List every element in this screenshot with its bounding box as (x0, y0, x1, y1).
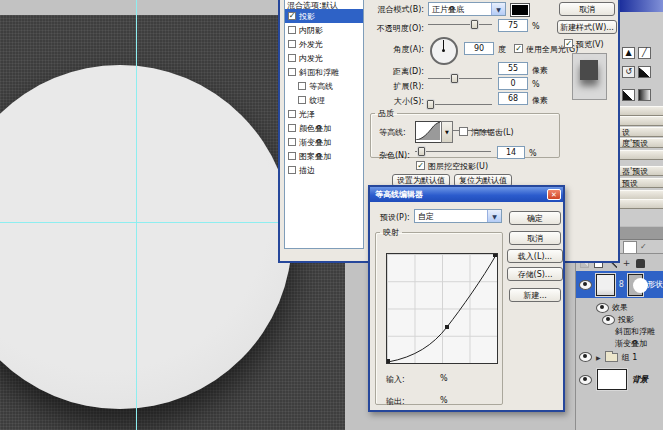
checkbox-satin[interactable] (288, 110, 296, 118)
panel-tab[interactable] (620, 150, 663, 160)
load-button[interactable]: 载入(L)... (507, 249, 563, 263)
style-item-contour[interactable]: 等高线 (285, 79, 363, 93)
visibility-eye-icon[interactable] (579, 375, 592, 385)
visibility-eye-icon[interactable] (579, 280, 592, 290)
preset-dropdown[interactable]: 自定 ▼ (414, 209, 502, 223)
panel-tab[interactable] (620, 199, 663, 209)
style-item-outer-glow[interactable]: 外发光 (285, 37, 363, 51)
dropdown-arrow-icon[interactable]: ▼ (487, 210, 501, 222)
effects-header-row[interactable]: 效果 (596, 302, 628, 313)
visibility-eye-icon[interactable] (579, 352, 592, 362)
size-value[interactable]: 68 (498, 92, 528, 105)
new-button[interactable]: 新建... (509, 288, 561, 302)
global-light-checkbox[interactable]: ✓ (514, 44, 523, 53)
visibility-eye-icon[interactable] (602, 315, 615, 325)
panel-tab[interactable] (620, 116, 663, 126)
shadow-color-swatch[interactable] (510, 3, 530, 17)
panel-tab[interactable]: 器'预设 (620, 166, 663, 176)
checkbox-color-overlay[interactable] (288, 124, 296, 132)
distance-slider-thumb[interactable] (451, 74, 458, 83)
layer-name[interactable]: 形状 (647, 279, 663, 290)
list-item-blending-options[interactable]: 混合选项:默认 (285, 0, 363, 9)
opacity-slider-thumb[interactable] (471, 20, 478, 29)
vertical-guide[interactable] (136, 0, 137, 430)
rotate-icon[interactable]: ↺ (622, 66, 635, 78)
contour-dropdown-arrow-icon[interactable]: ▼ (441, 121, 453, 143)
style-item-inner-shadow[interactable]: 内阴影 (285, 23, 363, 37)
half-square-icon[interactable] (638, 66, 651, 78)
style-item-inner-glow[interactable]: 内发光 (285, 51, 363, 65)
layer-thumbnail[interactable] (597, 369, 627, 390)
checkbox-gradient-overlay[interactable] (288, 138, 296, 146)
expand-triangle-icon[interactable]: ▶ (596, 354, 601, 361)
layer-thumbnail[interactable] (596, 274, 615, 296)
checkbox-contour[interactable] (298, 82, 306, 90)
style-item-drop-shadow[interactable]: ✓投影 (285, 9, 363, 23)
panel-tab[interactable]: 设 (620, 127, 663, 137)
curve-point-end[interactable] (493, 254, 497, 257)
preview-checkbox[interactable]: ✓ (564, 39, 573, 48)
knockout-checkbox[interactable]: ✓ (416, 161, 425, 170)
panel-tab[interactable]: 度'预设 (620, 138, 663, 148)
spread-value[interactable]: 0 (498, 77, 528, 90)
close-icon[interactable]: ✕ (547, 189, 561, 200)
panel-tab[interactable] (620, 106, 663, 116)
opacity-value[interactable]: 75 (498, 19, 528, 32)
style-item-pattern-overlay[interactable]: 图案叠加 (285, 149, 363, 163)
checkbox-stroke[interactable] (288, 166, 296, 174)
ok-button[interactable]: 确定 (509, 211, 561, 225)
layer-row-group[interactable]: ▶ 组 1 (576, 350, 663, 364)
visibility-eye-icon[interactable] (596, 303, 609, 313)
layer-name[interactable]: 背景 (632, 374, 648, 385)
noise-slider[interactable] (415, 146, 491, 157)
style-item-satin[interactable]: 光泽 (285, 107, 363, 121)
angle-value[interactable]: 90 (464, 42, 494, 55)
style-item-texture[interactable]: 纹理 (285, 93, 363, 107)
panel-header-bar[interactable] (620, 226, 663, 240)
lock-all-icon[interactable] (636, 259, 645, 268)
cancel-button[interactable]: 取消 (559, 2, 615, 16)
curve-point-start[interactable] (387, 359, 390, 363)
angle-dial[interactable] (430, 37, 458, 65)
histogram-icon[interactable]: ▲ (622, 47, 635, 59)
layer-row-shape[interactable]: 8 形状 (576, 271, 663, 298)
distance-slider[interactable] (428, 73, 492, 84)
distance-value[interactable]: 55 (498, 62, 528, 75)
contour-curve-editor[interactable] (386, 253, 498, 364)
style-item-stroke[interactable]: 描边 (285, 163, 363, 177)
style-item-color-overlay[interactable]: 颜色叠加 (285, 121, 363, 135)
cancel-button[interactable]: 取消 (509, 231, 561, 245)
noise-slider-thumb[interactable] (418, 147, 425, 156)
checkbox-drop-shadow[interactable]: ✓ (288, 12, 296, 20)
layer-row-background[interactable]: 背景 (576, 367, 663, 392)
style-item-gradient-overlay[interactable]: 渐变叠加 (285, 135, 363, 149)
effect-row-drop-shadow[interactable]: 投影 (602, 314, 634, 325)
style-item-bevel-emboss[interactable]: 斜面和浮雕 (285, 65, 363, 79)
curve-point-mid[interactable] (445, 325, 449, 329)
checkbox-inner-glow[interactable] (288, 54, 296, 62)
dropdown-arrow-icon[interactable]: ▼ (491, 3, 505, 15)
contour-thumbnail[interactable] (415, 121, 443, 143)
vector-mask-thumbnail[interactable] (628, 274, 643, 296)
curves-icon[interactable]: ╱ (638, 47, 651, 59)
contour-editor-titlebar[interactable]: 等高线编辑器 ✕ (370, 187, 563, 202)
save-button[interactable]: 存储(S)... (507, 267, 563, 281)
gradient-swatch-icon[interactable] (638, 89, 651, 101)
shape-circle[interactable] (0, 65, 292, 409)
panel-titlebar[interactable] (620, 0, 663, 12)
checkbox-inner-shadow[interactable] (288, 26, 296, 34)
effect-row-bevel-emboss[interactable]: 斜面和浮雕 (615, 326, 655, 337)
opacity-slider[interactable] (428, 19, 492, 30)
blend-mode-dropdown[interactable]: 正片叠底 ▼ (428, 2, 506, 16)
checkbox-pattern-overlay[interactable] (288, 152, 296, 160)
antialias-checkbox[interactable] (459, 127, 468, 136)
noise-value[interactable]: 14 (497, 146, 525, 159)
group-name[interactable]: 组 1 (622, 352, 638, 363)
lock-position-icon[interactable]: + (622, 259, 631, 268)
checkbox-texture[interactable] (298, 96, 306, 104)
diagonal-swatch-icon[interactable] (622, 89, 635, 101)
effect-row-gradient-overlay[interactable]: 渐变叠加 (615, 338, 647, 349)
new-style-button[interactable]: 新建样式(W)... (557, 20, 617, 34)
checkbox-bevel-emboss[interactable] (288, 68, 296, 76)
checkbox-outer-glow[interactable] (288, 40, 296, 48)
